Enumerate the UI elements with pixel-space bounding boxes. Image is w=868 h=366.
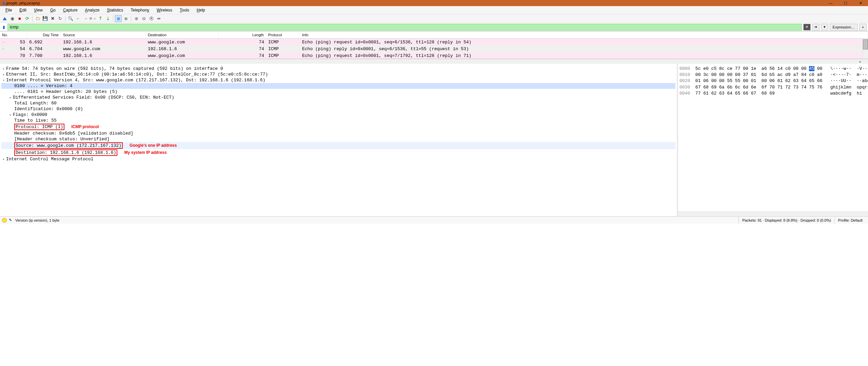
capture-options-icon[interactable]: ◉ xyxy=(9,15,16,22)
detail-ip-header-length[interactable]: .... 0101 = Header Length: 20 bytes (5) xyxy=(14,89,117,94)
find-packet-icon[interactable]: 🔍 xyxy=(67,15,74,22)
clear-filter-button[interactable]: ✕ xyxy=(803,24,811,30)
detail-ip-dsf[interactable]: Differentiated Services Field: 0x00 (DSC… xyxy=(13,95,174,100)
annotation-source: Google's one IP address xyxy=(130,143,177,148)
table-row[interactable]: 707.700192.168.1.6www.google.com74ICMPEc… xyxy=(0,52,868,59)
minimize-button[interactable]: — xyxy=(823,0,838,6)
close-file-icon[interactable]: ✖ xyxy=(49,15,56,22)
menu-telephony[interactable]: Telephony xyxy=(127,7,153,14)
menu-file[interactable]: File xyxy=(2,7,15,14)
menu-wireless[interactable]: Wireless xyxy=(153,7,176,14)
detail-frame[interactable]: Frame 54: 74 bytes on wire (592 bits), 7… xyxy=(6,66,223,71)
table-row[interactable]: ←546.704www.google.com192.168.1.674ICMPE… xyxy=(0,45,868,52)
packet-arrow-icon: ← xyxy=(0,47,7,51)
annotation-destination: My system IP address xyxy=(124,150,166,155)
titlebar: google_ping.pcapng — ☐ ✕ xyxy=(0,0,868,6)
detail-ip-version[interactable]: 0100 .... = Version: 4 xyxy=(14,83,73,88)
restart-capture-icon[interactable]: ⟳ xyxy=(24,15,31,22)
menu-tools[interactable]: Tools xyxy=(176,7,193,14)
open-file-icon[interactable]: 🗀 xyxy=(34,15,41,22)
packet-list-header: No. Day Time Source Destination Length P… xyxy=(0,31,868,39)
detail-ip-checksum[interactable]: Header checksum: 0x6db5 [validation disa… xyxy=(14,131,133,136)
detail-ip[interactable]: Internet Protocol Version 4, Src: www.go… xyxy=(6,78,265,83)
reload-icon[interactable]: ↻ xyxy=(57,15,63,22)
packet-arrow-icon: → xyxy=(0,40,7,44)
autoscroll-icon[interactable]: ≣ xyxy=(115,15,122,22)
close-button[interactable]: ✕ xyxy=(853,0,868,6)
go-back-icon[interactable]: ← xyxy=(75,15,81,22)
hscroll-packetlist[interactable]: ▸ xyxy=(0,59,868,64)
table-row[interactable]: →536.692192.168.1.6www.google.com74ICMPE… xyxy=(0,39,868,45)
detail-ip-flags[interactable]: Flags: 0x0000 xyxy=(13,112,47,117)
start-capture-icon[interactable] xyxy=(1,15,8,22)
packet-detail-pane[interactable]: ▸Frame 54: 74 bytes on wire (592 bits), … xyxy=(0,64,678,216)
toolbar: ◉ ■ ⟳ 🗀 💾 ✖ ↻ 🔍 ← → ≡→ ⤒ ⤓ ≣ ≣ ⊕ ⊖ ⦿ ⇹ xyxy=(0,14,868,23)
col-source[interactable]: Source xyxy=(61,32,146,38)
menu-statistics[interactable]: Statistics xyxy=(103,7,126,14)
expression-button[interactable]: Expression… xyxy=(830,24,858,30)
hex-highlight: 45 xyxy=(809,66,814,71)
detail-ip-checksum-status[interactable]: [Header checksum status: Unverified] xyxy=(14,137,110,142)
menu-go[interactable]: Go xyxy=(47,7,59,14)
menu-edit[interactable]: Edit xyxy=(16,7,30,14)
filter-bookmark-icon[interactable]: ▮ xyxy=(1,24,6,30)
status-packets: Packets: 91 · Displayed: 8 (8.8%) · Drop… xyxy=(738,217,834,224)
status-bar: ✎ Version (ip.version), 1 byte Packets: … xyxy=(0,216,868,224)
filter-bar: ▮ ✕ ➔ ▾ Expression… + xyxy=(0,23,868,31)
detail-ip-destination[interactable]: Destination: 192.168.1.6 (192.168.1.6) xyxy=(14,149,117,156)
menu-view[interactable]: View xyxy=(31,7,46,14)
status-profile[interactable]: Profile: Default xyxy=(834,217,866,224)
maximize-button[interactable]: ☐ xyxy=(838,0,853,6)
hex-hscroll[interactable] xyxy=(678,211,868,216)
col-protocol[interactable]: Protocol xyxy=(266,32,300,38)
packet-list[interactable]: →536.692192.168.1.6www.google.com74ICMPE… xyxy=(0,39,868,59)
colorize-icon[interactable]: ≣ xyxy=(122,15,129,22)
apply-filter-button[interactable]: ➔ xyxy=(812,24,820,30)
save-file-icon[interactable]: 💾 xyxy=(42,15,48,22)
menubar: File Edit View Go Capture Analyze Statis… xyxy=(0,6,868,14)
go-forward-icon[interactable]: → xyxy=(82,15,89,22)
detail-ip-protocol[interactable]: Protocol: ICMP (1) xyxy=(14,124,64,130)
stop-capture-icon[interactable]: ■ xyxy=(16,15,23,22)
annotation-protocol: ICMP protocol xyxy=(71,124,99,129)
col-length[interactable]: Length xyxy=(219,32,266,38)
detail-ip-identification[interactable]: Identification: 0x0000 (0) xyxy=(14,106,83,111)
zoom-in-icon[interactable]: ⊕ xyxy=(133,15,140,22)
menu-help[interactable]: Help xyxy=(193,7,209,14)
hex-pane[interactable]: 0000 5c e0 c5 8c ce 77 00 1e a6 56 14 c0… xyxy=(678,64,868,216)
window-title: google_ping.pcapng xyxy=(6,1,40,5)
col-destination[interactable]: Destination xyxy=(146,32,219,38)
detail-ip-total-length[interactable]: Total Length: 60 xyxy=(14,101,57,106)
menu-analyze[interactable]: Analyze xyxy=(82,7,103,14)
filter-history-dropdown[interactable]: ▾ xyxy=(821,24,828,30)
col-no[interactable]: No. xyxy=(0,32,27,38)
status-field: Version (ip.version), 1 byte xyxy=(15,218,59,222)
detail-icmp[interactable]: Internet Control Message Protocol xyxy=(6,157,93,162)
resize-columns-icon[interactable]: ⇹ xyxy=(155,15,162,22)
go-last-icon[interactable]: ⤓ xyxy=(104,15,111,22)
vertical-scrollbar[interactable] xyxy=(863,39,868,59)
add-filter-button[interactable]: + xyxy=(859,24,867,30)
display-filter-input[interactable] xyxy=(7,24,802,30)
col-time[interactable]: Day Time xyxy=(27,32,61,38)
expert-info-icon[interactable] xyxy=(2,218,7,223)
zoom-reset-icon[interactable]: ⦿ xyxy=(148,15,155,22)
menu-capture[interactable]: Capture xyxy=(60,7,81,14)
go-first-icon[interactable]: ⤒ xyxy=(97,15,104,22)
col-info[interactable]: Info xyxy=(300,32,868,38)
detail-ip-source[interactable]: Source: www.google.com (172.217.167.132) xyxy=(14,142,123,149)
app-icon xyxy=(1,1,6,5)
detail-ip-ttl[interactable]: Time to live: 55 xyxy=(14,118,57,123)
edit-icon[interactable]: ✎ xyxy=(9,218,12,222)
zoom-out-icon[interactable]: ⊖ xyxy=(140,15,147,22)
go-to-packet-icon[interactable]: ≡→ xyxy=(90,15,96,22)
detail-ethernet[interactable]: Ethernet II, Src: BestItWo_56:14:c0 (00:… xyxy=(6,72,268,77)
